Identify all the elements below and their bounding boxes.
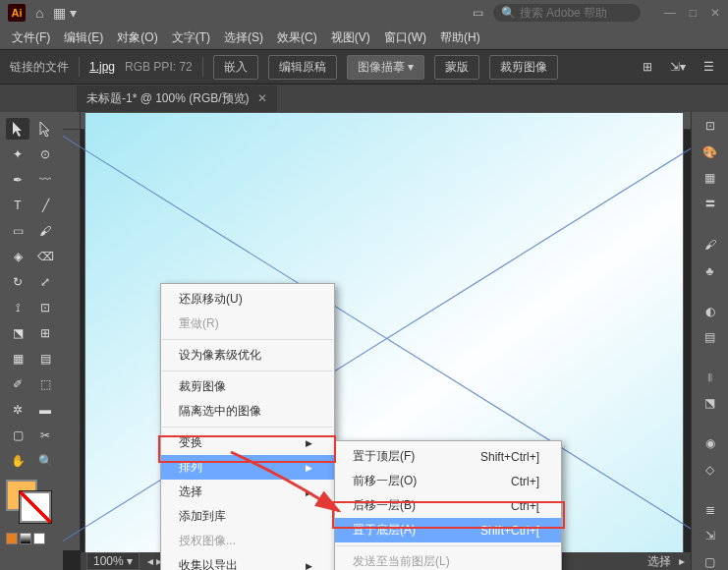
ctx-redo: 重做(R) — [161, 312, 334, 336]
symbol-sprayer-tool[interactable]: ✲ — [6, 399, 29, 421]
arrange-docs-icon[interactable]: ▦ ▾ — [53, 5, 77, 21]
menu-file[interactable]: 文件(F) — [6, 27, 56, 49]
appearance-panel-icon[interactable]: ◉ — [700, 435, 721, 451]
gradient-panel-icon[interactable]: ▤ — [700, 329, 721, 345]
linked-file[interactable]: 1.jpg — [89, 60, 115, 74]
titlebar: Ai ⌂ ▦ ▾ ▭ 🔍 — □ ✕ — [0, 0, 728, 26]
transform-icon[interactable]: ⇲▾ — [666, 58, 690, 76]
color-panel-icon[interactable]: 🎨 — [700, 143, 721, 159]
free-transform-tool[interactable]: ⊡ — [33, 297, 57, 318]
pathfinder-panel-icon[interactable]: ⬔ — [700, 395, 721, 411]
home-icon[interactable]: ⌂ — [35, 5, 43, 21]
artboard-tool[interactable]: ▢ — [6, 425, 29, 446]
symbols-panel-icon[interactable]: ♣ — [700, 262, 721, 278]
graphic-styles-panel-icon[interactable]: ◇ — [700, 462, 721, 478]
ctx-bring-front[interactable]: 置于顶层(F)Shift+Ctrl+] — [335, 444, 561, 469]
menu-edit[interactable]: 编辑(E) — [58, 27, 109, 49]
properties-panel-icon[interactable]: ⊡ — [700, 118, 721, 134]
menu-window[interactable]: 窗口(W) — [378, 27, 432, 49]
tab-document[interactable]: 未标题-1* @ 100% (RGB/预览) ✕ — [77, 86, 277, 112]
graph-tool[interactable]: ▬ — [33, 399, 57, 421]
ctx-select[interactable]: 选择▶ — [161, 480, 334, 504]
menu-object[interactable]: 对象(O) — [111, 27, 163, 49]
gradient-mode-icon[interactable] — [20, 533, 31, 544]
gradient-tool[interactable]: ▤ — [33, 348, 57, 370]
stroke-panel-icon[interactable]: 〓 — [700, 196, 721, 212]
slice-tool[interactable]: ✂ — [33, 425, 57, 446]
ctx-add-library[interactable]: 添加到库 — [161, 504, 334, 529]
shape-builder-tool[interactable]: ⬔ — [6, 322, 29, 344]
ctx-undo[interactable]: 还原移动(U) — [161, 287, 334, 312]
layers-panel-icon[interactable]: ≣ — [700, 502, 721, 518]
options-bar: 链接的文件 1.jpg RGB PPI: 72 嵌入 编辑原稿 图像描摹 ▾ 蒙… — [0, 49, 728, 85]
shaper-tool[interactable]: ◈ — [6, 246, 29, 267]
lasso-tool[interactable]: ⊙ — [33, 143, 57, 165]
ctx-bring-forward[interactable]: 前移一层(O)Ctrl+] — [335, 469, 561, 493]
eyedropper-tool[interactable]: ✐ — [6, 373, 29, 395]
selection-tool[interactable] — [6, 118, 29, 140]
zoom-tool[interactable]: 🔍 — [33, 450, 57, 472]
brushes-panel-icon[interactable]: 🖌 — [700, 237, 721, 253]
stroke-swatch[interactable] — [20, 491, 51, 523]
crop-image-button[interactable]: 裁剪图像 — [489, 55, 558, 80]
sync-icon[interactable]: ▭ — [473, 6, 483, 20]
paintbrush-tool[interactable]: 🖌 — [33, 220, 57, 242]
hand-tool[interactable]: ✋ — [6, 450, 29, 472]
link-label: 链接的文件 — [10, 59, 69, 76]
ctx-isolate[interactable]: 隔离选中的图像 — [161, 399, 334, 424]
line-tool[interactable]: ╱ — [33, 195, 57, 216]
color-mode-icon[interactable] — [6, 533, 18, 544]
edit-original-button[interactable]: 编辑原稿 — [268, 55, 337, 80]
context-menu: 还原移动(U) 重做(R) 设为像素级优化 裁剪图像 隔离选中的图像 变换▶ 排… — [160, 283, 335, 570]
mesh-tool[interactable]: ▦ — [6, 348, 29, 370]
arrange-submenu: 置于顶层(F)Shift+Ctrl+] 前移一层(O)Ctrl+] 后移一层(B… — [334, 440, 562, 570]
ctx-pixel-perfect[interactable]: 设为像素级优化 — [161, 343, 334, 368]
mask-button[interactable]: 蒙版 — [434, 55, 479, 80]
align-icon[interactable]: ⊞ — [639, 58, 656, 76]
direct-selection-tool[interactable] — [33, 118, 57, 140]
search-box[interactable]: 🔍 — [493, 4, 641, 22]
pen-tool[interactable]: ✒ — [6, 169, 29, 191]
ctx-arrange[interactable]: 排列▶ — [161, 455, 334, 480]
rectangle-tool[interactable]: ▭ — [6, 220, 29, 242]
perspective-tool[interactable]: ⊞ — [33, 322, 57, 344]
tab-label: 未标题-1* @ 100% (RGB/预览) — [86, 90, 250, 107]
ruler-vertical — [63, 130, 81, 550]
menu-help[interactable]: 帮助(H) — [434, 27, 486, 49]
maximize-icon[interactable]: □ — [690, 6, 697, 20]
none-mode-icon[interactable] — [33, 533, 45, 544]
search-input[interactable] — [520, 6, 633, 20]
blend-tool[interactable]: ⬚ — [33, 373, 57, 395]
menu-select[interactable]: 选择(S) — [218, 27, 269, 49]
align-panel-icon[interactable]: ⫴ — [700, 370, 721, 385]
transparency-panel-icon[interactable]: ◐ — [700, 303, 721, 318]
menu-type[interactable]: 文字(T) — [166, 27, 216, 49]
magic-wand-tool[interactable]: ✦ — [6, 143, 29, 165]
swatches-panel-icon[interactable]: ▦ — [700, 170, 721, 186]
artboards-panel-icon[interactable]: ▢ — [700, 554, 721, 570]
toolbar: ✦ ⊙ ✒ 〰 T ╱ ▭ 🖌 ◈ ⌫ ↻ ⤢ ⟟ ⊡ ⬔ ⊞ ▦ ▤ ✐ ⬚ … — [0, 112, 63, 570]
tab-close-icon[interactable]: ✕ — [257, 91, 267, 105]
rotate-tool[interactable]: ↻ — [6, 271, 29, 293]
ctx-transform[interactable]: 变换▶ — [161, 430, 334, 455]
minimize-icon[interactable]: — — [664, 6, 676, 20]
more-icon[interactable]: ☰ — [700, 58, 718, 76]
embed-button[interactable]: 嵌入 — [213, 55, 258, 80]
type-tool[interactable]: T — [6, 195, 29, 216]
ctx-collect-export[interactable]: 收集以导出▶ — [161, 553, 334, 570]
ctx-send-backward[interactable]: 后移一层(B)Ctrl+[ — [335, 493, 561, 518]
close-icon[interactable]: ✕ — [710, 6, 720, 20]
curvature-tool[interactable]: 〰 — [33, 169, 57, 191]
zoom-level[interactable]: 100% ▾ — [86, 552, 140, 570]
eraser-tool[interactable]: ⌫ — [33, 246, 57, 267]
menu-effect[interactable]: 效果(C) — [271, 27, 323, 49]
asset-export-panel-icon[interactable]: ⇲ — [700, 528, 721, 543]
ctx-send-current-layer: 发送至当前图层(L) — [335, 549, 561, 570]
width-tool[interactable]: ⟟ — [6, 297, 29, 318]
menu-view[interactable]: 视图(V) — [325, 27, 376, 49]
ctx-send-back[interactable]: 置于底层(A)Shift+Ctrl+[ — [335, 518, 561, 542]
scale-tool[interactable]: ⤢ — [33, 271, 57, 293]
color-swatches[interactable] — [0, 474, 63, 550]
ctx-crop[interactable]: 裁剪图像 — [161, 374, 334, 399]
image-trace-button[interactable]: 图像描摹 ▾ — [347, 55, 424, 80]
